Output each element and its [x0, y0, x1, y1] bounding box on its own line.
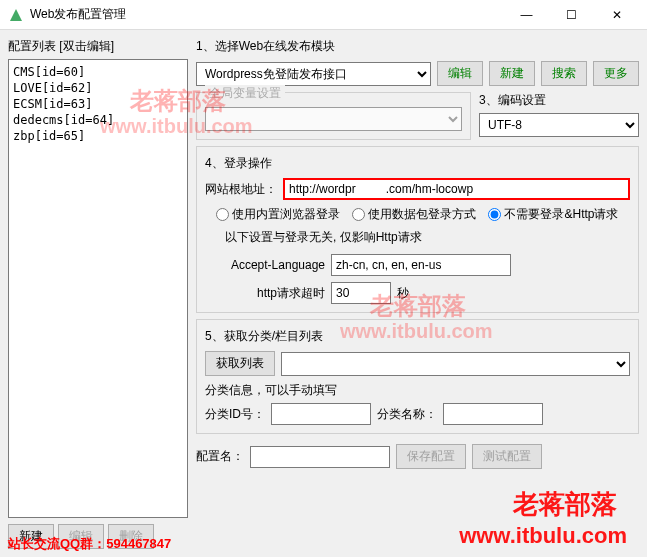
category-info-label: 分类信息，可以手动填写	[205, 382, 630, 399]
close-button[interactable]: ✕	[594, 0, 639, 30]
window-title: Web发布配置管理	[30, 6, 504, 23]
radio-browser-login[interactable]: 使用内置浏览器登录	[216, 206, 340, 223]
section5-title: 5、获取分类/栏目列表	[205, 328, 630, 345]
list-item[interactable]: ECSM[id=63]	[13, 96, 183, 112]
list-item[interactable]: LOVE[id=62]	[13, 80, 183, 96]
accept-lang-label: Accept-Language	[205, 258, 325, 272]
list-item[interactable]: CMS[id=60]	[13, 64, 183, 80]
category-select[interactable]	[281, 352, 630, 376]
section4-title: 4、登录操作	[205, 155, 630, 172]
http-note: 以下设置与登录无关, 仅影响Http请求	[225, 229, 630, 246]
config-name-input[interactable]	[250, 446, 390, 468]
footer-qq: 站长交流QQ群：594467847	[8, 535, 171, 553]
category-id-label: 分类ID号：	[205, 406, 265, 423]
new-module-button[interactable]: 新建	[489, 61, 535, 86]
more-module-button[interactable]: 更多	[593, 61, 639, 86]
list-item[interactable]: dedecms[id=64]	[13, 112, 183, 128]
search-module-button[interactable]: 搜索	[541, 61, 587, 86]
timeout-label: http请求超时	[205, 285, 325, 302]
module-select[interactable]: Wordpress免登陆发布接口	[196, 62, 431, 86]
root-url-input[interactable]	[283, 178, 630, 200]
radio-packet-login[interactable]: 使用数据包登录方式	[352, 206, 476, 223]
list-item[interactable]: zbp[id=65]	[13, 128, 183, 144]
timeout-unit: 秒	[397, 285, 409, 302]
config-name-label: 配置名：	[196, 448, 244, 465]
global-var-select	[205, 107, 462, 131]
app-icon	[8, 7, 24, 23]
accept-lang-input[interactable]	[331, 254, 511, 276]
save-config-button[interactable]: 保存配置	[396, 444, 466, 469]
category-id-input[interactable]	[271, 403, 371, 425]
maximize-button[interactable]: ☐	[549, 0, 594, 30]
encoding-select[interactable]: UTF-8	[479, 113, 639, 137]
section1-title: 1、选择Web在线发布模块	[196, 38, 639, 55]
encoding-title: 3、编码设置	[479, 92, 639, 109]
category-name-label: 分类名称：	[377, 406, 437, 423]
minimize-button[interactable]: —	[504, 0, 549, 30]
config-list-label: 配置列表 [双击编辑]	[8, 38, 188, 55]
get-list-button[interactable]: 获取列表	[205, 351, 275, 376]
config-list[interactable]: CMS[id=60] LOVE[id=62] ECSM[id=63] dedec…	[8, 59, 188, 518]
category-name-input[interactable]	[443, 403, 543, 425]
root-url-label: 网站根地址：	[205, 181, 277, 198]
edit-module-button[interactable]: 编辑	[437, 61, 483, 86]
test-config-button[interactable]: 测试配置	[472, 444, 542, 469]
global-var-title: 全局变量设置	[205, 85, 285, 102]
radio-no-login[interactable]: 不需要登录&Http请求	[488, 206, 618, 223]
timeout-input[interactable]	[331, 282, 391, 304]
